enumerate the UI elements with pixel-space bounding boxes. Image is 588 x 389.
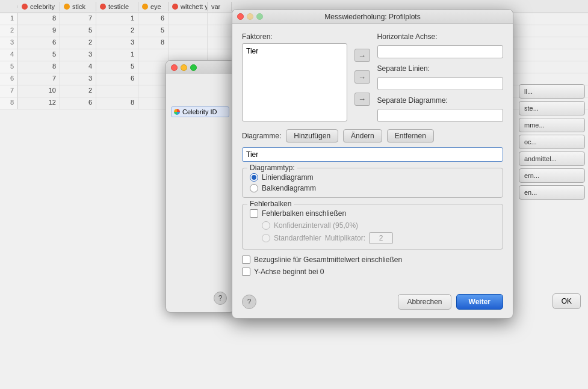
separate-linien-label: Separate Linien: [377,64,503,73]
y-achse-checkbox[interactable] [242,268,250,276]
fehlerbalken-label: Fehlerbalken [247,200,294,208]
liniendiagramm-radio-row: Liniendiagramm [250,173,495,182]
balkendiagramm-label: Balkendiagramm [262,184,316,192]
y-achse-label: Y-Achse beginnt bei 0 [254,268,324,276]
faktoren-item-tier[interactable]: Tier [245,46,344,56]
faktoren-list[interactable]: Tier [242,43,347,121]
separate-linien-group: Separate Linien: [377,64,503,90]
separate-linien-input[interactable] [377,77,503,90]
konfidenzintervall-label: Konfidenzintervall (95,0%) [274,221,358,230]
stick-col-icon [64,4,70,10]
dialog-titlebar: Messwiederholung: Profilplots [232,10,513,24]
row-number-header [0,5,18,8]
bezugslinie-row: Bezugslinie für Gesamtmittelwert einschl… [242,256,503,264]
celebrity-dot-icon [174,109,180,115]
diagrammtyp-group: Diagrammtyp: Liniendiagramm Balkendiagra… [242,168,503,198]
close-icon[interactable] [171,64,178,71]
diagramme-row: Diagramme: Hinzufügen Ändern Entfernen [242,129,503,142]
col-header-testicle: testicle [96,2,138,11]
hinzufuegen-button[interactable]: Hinzufügen [286,129,338,142]
small-background-window: Celebrity ID ? [166,60,235,313]
col-header-eye: eye [138,2,169,11]
celebrity-row-item[interactable]: Celebrity ID [171,106,229,117]
minimize-icon[interactable] [181,64,187,71]
dialog-top-row: Faktoren: Tier → → → Horizontale Achse: … [242,32,503,122]
standardfehler-radio[interactable] [262,234,270,242]
dialog-close-icon[interactable] [237,13,244,20]
right-panel-btn-5[interactable]: ern... [519,168,585,183]
fehlerbalken-group: Fehlerbalken Fehlerbalken einschließen K… [242,204,503,250]
dialog-body: Faktoren: Tier → → → Horizontale Achse: … [232,24,513,288]
standardfehler-label: Standardfehler [274,234,321,242]
right-panel: ll... ste... mme... oc... andmittel... e… [519,84,585,200]
fehlerbalken-einschliessen-checkbox[interactable] [250,209,258,218]
right-panel-btn-0[interactable]: ll... [519,84,585,99]
right-panel-btn-2[interactable]: mme... [519,118,585,132]
dialog-footer: ? Abbrechen Weiter [232,288,513,318]
diagramme-input-field[interactable] [242,147,503,162]
entfernen-button[interactable]: Entfernen [387,129,434,142]
small-window-help-button[interactable]: ? [214,292,227,305]
eye-col-icon [142,4,148,10]
liniendiagramm-label: Liniendiagramm [262,173,313,182]
standardfehler-row: Standardfehler Multiplikator: [250,232,495,244]
bezugslinie-label: Bezugslinie für Gesamtmittelwert einschl… [254,256,402,264]
right-panel-btn-1[interactable]: ste... [519,101,585,115]
celebrity-col-icon [22,4,28,10]
balkendiagramm-radio-row: Balkendiagramm [250,184,495,192]
liniendiagramm-radio[interactable] [250,173,258,182]
horizontal-achse-label: Horizontale Achse: [377,32,503,41]
col-header-stick: stick [60,2,96,11]
konfidenzintervall-radio[interactable] [262,221,270,230]
diagramme-label: Diagramme: [242,132,281,140]
witchett-col-icon [172,4,178,10]
aendern-button[interactable]: Ändern [343,129,382,142]
horizontal-achse-group: Horizontale Achse: [377,32,503,58]
horizontal-achse-input[interactable] [377,45,503,58]
separate-diagramme-input[interactable] [377,109,503,122]
weiter-button[interactable]: Weiter [456,294,503,310]
col-header-witchett: witchett y [169,2,208,11]
separate-diagramme-group: Separate Diagramme: [377,96,503,122]
fehlerbalken-einschliessen-label: Fehlerbalken einschließen [262,209,346,218]
dialog-traffic-lights [237,13,263,20]
right-panel-btn-6[interactable]: en... [519,185,585,200]
arrow-right-2-button[interactable]: → [354,70,370,84]
footer-buttons: Abbrechen Weiter [398,294,503,310]
maximize-icon[interactable] [190,64,197,71]
dialog-maximize-icon [256,13,263,20]
small-window-titlebar [166,61,234,74]
right-panel-btn-4[interactable]: andmittel... [519,152,585,166]
faktoren-label: Faktoren: [242,32,347,41]
testicle-col-icon [100,4,106,10]
multiplikator-label: Multiplikator: [325,234,365,242]
arrow-right-3-button[interactable]: → [354,93,370,106]
dialog-minimize-icon [247,13,253,20]
fehlerbalken-einschliessen-row: Fehlerbalken einschließen [250,209,495,218]
faktoren-section: Faktoren: Tier [242,32,347,122]
arrow-buttons-col: → → → [354,32,370,122]
dialog-title: Messwiederholung: Profilplots [324,13,420,21]
multiplikator-input[interactable] [369,232,393,244]
ok-button[interactable]: OK [552,293,581,309]
dialog-help-button[interactable]: ? [242,295,256,309]
bezugslinie-checkbox[interactable] [242,256,250,264]
axis-fields-section: Horizontale Achse: Separate Linien: Sepa… [377,32,503,122]
separate-diagramme-label: Separate Diagramme: [377,96,503,105]
balkendiagramm-radio[interactable] [250,184,258,192]
konfidenzintervall-row: Konfidenzintervall (95,0%) [250,221,495,230]
arrow-right-1-button[interactable]: → [354,49,370,62]
y-achse-row: Y-Achse beginnt bei 0 [242,268,503,276]
diagrammtyp-label: Diagrammtyp: [247,164,297,172]
right-panel-btn-3[interactable]: oc... [519,135,585,149]
col-header-var: var [208,2,232,11]
col-header-celebrity: celebrity [18,2,60,11]
abbrechen-button[interactable]: Abbrechen [398,294,451,310]
small-window-content: Celebrity ID [166,74,234,122]
dialog-messwiederholung: Messwiederholung: Profilplots Faktoren: … [232,9,513,319]
